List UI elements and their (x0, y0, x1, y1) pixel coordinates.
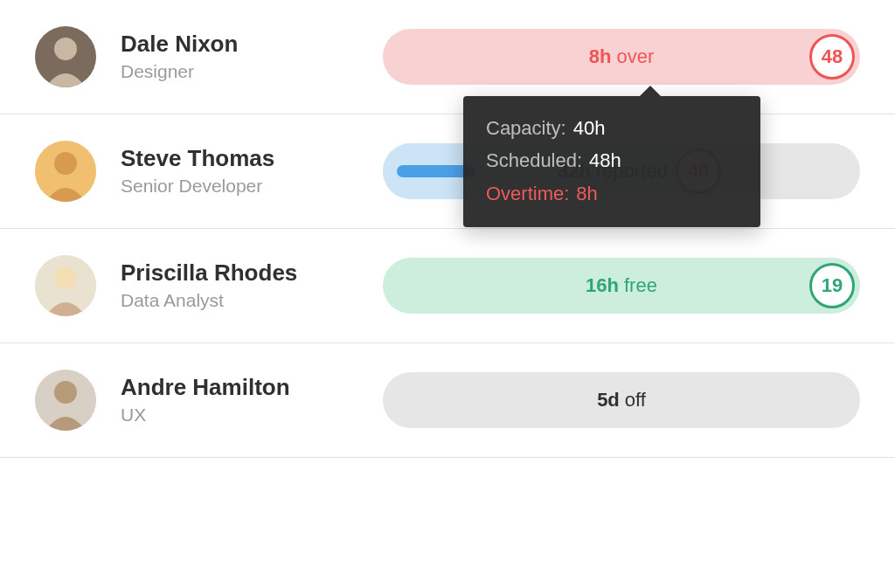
capacity-bar-area: 5d off (383, 372, 860, 428)
tooltip-label: Capacity: (486, 112, 566, 144)
person-role: Data Analyst (121, 290, 348, 311)
bar-label: 5d off (597, 389, 646, 412)
avatar (35, 26, 96, 87)
capacity-bar[interactable]: 16h free 19 (383, 258, 860, 314)
bar-label: 8h over (589, 45, 654, 68)
avatar (35, 370, 96, 431)
avatar-placeholder-icon (35, 255, 96, 316)
tooltip-label: Scheduled: (486, 144, 582, 176)
person-name: Priscilla Rhodes (121, 260, 348, 286)
tooltip-label: Overtime: (486, 177, 569, 210)
resource-row[interactable]: Steve Thomas Senior Developer 32h report… (0, 114, 895, 229)
identity: Andre Hamilton UX (121, 375, 348, 426)
avatar (35, 255, 96, 316)
resource-row[interactable]: Priscilla Rhodes Data Analyst 16h free 1… (0, 229, 895, 343)
avatar-placeholder-icon (35, 370, 96, 431)
identity: Dale Nixon Designer (121, 31, 348, 83)
avatar (35, 141, 96, 202)
svg-point-5 (54, 266, 77, 289)
svg-point-3 (54, 152, 77, 175)
capacity-tooltip: Capacity: 40h Scheduled: 48h Overtime: 8… (463, 96, 760, 227)
person-role: UX (121, 405, 348, 425)
svg-point-1 (54, 38, 77, 60)
svg-point-7 (54, 381, 77, 404)
capacity-bar-area: 8h over 48 (383, 29, 860, 85)
resource-row[interactable]: Dale Nixon Designer 8h over 48 (0, 0, 895, 114)
person-name: Andre Hamilton (121, 375, 348, 400)
capacity-list: Dale Nixon Designer 8h over 48 Steve Tho… (0, 0, 895, 588)
identity: Steve Thomas Senior Developer (121, 146, 348, 197)
tooltip-value: 8h (576, 177, 597, 210)
person-name: Dale Nixon (121, 31, 348, 57)
hours-badge: 19 (809, 263, 855, 308)
hours-badge: 48 (809, 34, 855, 80)
tooltip-line-scheduled: Scheduled: 48h (486, 144, 738, 176)
resource-row[interactable]: Andre Hamilton UX 5d off (0, 343, 895, 458)
tooltip-value: 48h (589, 144, 621, 176)
person-role: Designer (121, 61, 348, 82)
capacity-bar[interactable]: 8h over 48 (383, 29, 860, 85)
avatar-placeholder-icon (35, 141, 96, 202)
identity: Priscilla Rhodes Data Analyst (121, 260, 348, 312)
bar-label: 16h free (586, 274, 657, 297)
tooltip-line-capacity: Capacity: 40h (486, 112, 738, 144)
tooltip-line-overtime: Overtime: 8h (486, 177, 738, 210)
tooltip-value: 40h (573, 112, 606, 144)
capacity-bar-area: 16h free 19 (383, 258, 860, 314)
person-name: Steve Thomas (121, 146, 348, 171)
avatar-placeholder-icon (35, 26, 96, 87)
capacity-bar[interactable]: 5d off (383, 372, 860, 428)
person-role: Senior Developer (121, 176, 348, 197)
